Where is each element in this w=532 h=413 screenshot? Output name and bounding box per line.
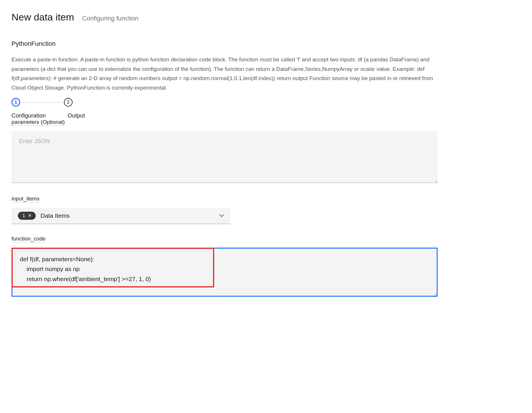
close-icon[interactable]: ✕ [28, 213, 32, 218]
function-code-label: function_code [12, 236, 45, 243]
input-items-label: input_items [12, 196, 39, 202]
chip-count: 1 [22, 213, 25, 219]
step-connector [22, 102, 62, 103]
parameters-label: parameters (Optional) [12, 119, 65, 126]
step-2-label: Output [68, 112, 85, 119]
function-description: Execute a paste-in function. A paste-in … [12, 55, 438, 93]
parameters-input[interactable] [12, 131, 438, 183]
chevron-down-icon[interactable] [219, 213, 224, 219]
step-1-circle[interactable]: 1 [12, 98, 20, 107]
function-name: PythonFunction [12, 40, 438, 48]
input-items-chip: 1 ✕ [18, 212, 36, 220]
step-1-label: Configuration [12, 112, 68, 119]
function-code-input[interactable] [12, 248, 438, 297]
page-header: New data item Configuring function [12, 12, 438, 23]
dropdown-text: Data Items [40, 212, 215, 219]
input-items-dropdown[interactable]: 1 ✕ Data Items [12, 208, 230, 224]
stepper: 1 2 Configuration Output [12, 98, 438, 119]
step-2-circle[interactable]: 2 [64, 98, 73, 107]
page-subtitle: Configuring function [82, 15, 138, 22]
page-title: New data item [12, 12, 74, 23]
